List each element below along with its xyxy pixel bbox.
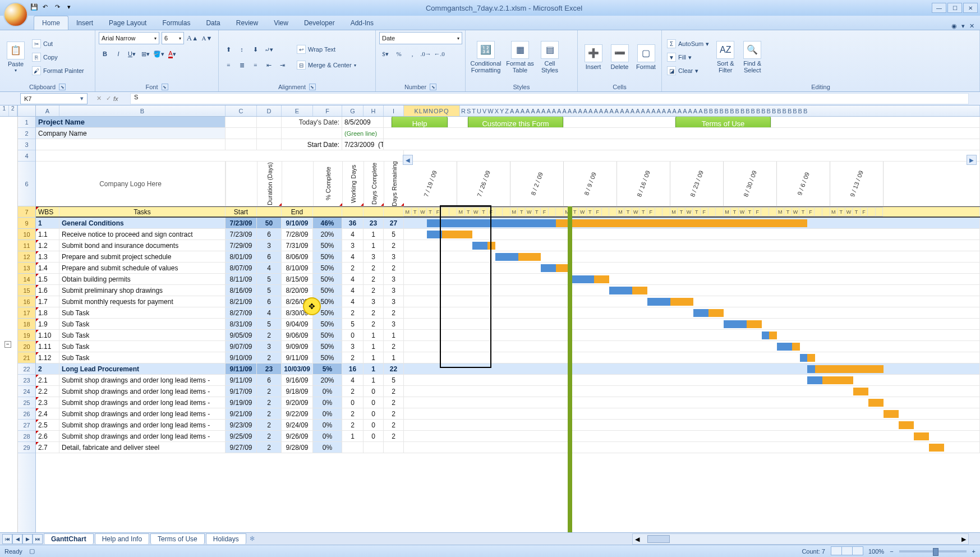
sheet-tab-ganttchart[interactable]: GanttChart — [44, 533, 94, 544]
copy-button[interactable]: ⎘Copy — [30, 51, 86, 63]
tab-nav-next[interactable]: ▶ — [22, 534, 33, 544]
sheet-tab-terms[interactable]: Terms of Use — [150, 533, 205, 544]
col-I[interactable]: I — [384, 105, 404, 116]
table-row[interactable]: 1.8Sub Task8/27/0948/30/0950%222 — [36, 307, 980, 319]
currency-button[interactable]: $▾ — [379, 48, 392, 60]
save-icon[interactable]: 💾 — [30, 3, 39, 12]
tab-review[interactable]: Review — [228, 16, 266, 30]
table-row[interactable]: 2.3Submit shop drawings and order long l… — [36, 397, 980, 408]
font-color-button[interactable]: A▾ — [166, 48, 178, 60]
tab-data[interactable]: Data — [198, 16, 228, 30]
align-right-button[interactable]: ≡ — [249, 59, 261, 71]
col-A[interactable]: A — [36, 105, 59, 116]
undo-icon[interactable]: ↶ — [43, 3, 52, 12]
tab-nav-last[interactable]: ⏭ — [33, 534, 43, 544]
indent-inc-button[interactable]: ⇥ — [276, 59, 288, 71]
table-row[interactable]: 1.7Submit monthly requests for payment8/… — [36, 296, 980, 307]
zoom-slider[interactable] — [899, 550, 967, 553]
inc-decimal-button[interactable]: .0→ — [420, 48, 432, 60]
scroll-left-button[interactable]: ◀ — [403, 155, 413, 165]
dec-decimal-button[interactable]: ←.0 — [433, 48, 445, 60]
percent-button[interactable]: % — [393, 48, 405, 60]
fill-color-button[interactable]: 🪣▾ — [153, 48, 165, 60]
help-button[interactable]: Help — [392, 117, 448, 127]
close-button[interactable]: ✕ — [963, 3, 978, 13]
align-middle-button[interactable]: ↕ — [236, 43, 248, 56]
fill-button[interactable]: ▼Fill▾ — [665, 51, 711, 63]
underline-button[interactable]: U▾ — [126, 48, 138, 60]
table-row[interactable]: 2.6Submit shop drawings and order long l… — [36, 431, 980, 442]
enter-formula-icon[interactable]: ✓ — [106, 95, 111, 102]
border-button[interactable]: ⊞▾ — [139, 48, 151, 60]
number-format-combo[interactable]: Date▾ — [379, 32, 462, 44]
table-row[interactable]: 1.2Submit bond and insurance documents7/… — [36, 240, 980, 251]
office-button[interactable] — [3, 2, 28, 27]
col-E[interactable]: E — [282, 105, 313, 116]
tab-nav-prev[interactable]: ◀ — [12, 534, 22, 544]
col-H[interactable]: H — [364, 105, 384, 116]
cancel-formula-icon[interactable]: ✕ — [96, 95, 102, 102]
alignment-dialog-icon[interactable]: ⬊ — [309, 84, 316, 90]
doc-close-icon[interactable]: ✕ — [969, 22, 974, 30]
cut-button[interactable]: ✂Cut — [30, 38, 86, 50]
help-icon[interactable]: ◉ — [951, 22, 957, 30]
table-row[interactable]: 2.5Submit shop drawings and order long l… — [36, 420, 980, 431]
cell-styles-button[interactable]: ▤Cell Styles — [537, 37, 562, 77]
col-B[interactable]: B — [59, 105, 226, 116]
col-F[interactable]: F — [313, 105, 342, 116]
horizontal-scrollbar[interactable]: ◀▶ — [632, 533, 969, 545]
zoom-level[interactable]: 100% — [868, 548, 884, 555]
outline-collapse-icon[interactable]: − — [4, 341, 11, 348]
format-as-table-button[interactable]: ▦Format as Table — [505, 37, 535, 77]
sort-filter-button[interactable]: AZSort & Filter — [713, 37, 738, 77]
format-cells-button[interactable]: ▢Format — [634, 37, 658, 77]
table-row[interactable]: 1.9Sub Task8/31/0959/04/0950%523 — [36, 319, 980, 330]
name-box[interactable]: K7▾ — [20, 93, 88, 104]
zoom-in-button[interactable]: + — [972, 548, 976, 555]
col-C[interactable]: C — [226, 105, 257, 116]
font-size-combo[interactable]: 6▾ — [162, 32, 184, 44]
formula-input[interactable]: S — [130, 93, 969, 104]
tab-developer[interactable]: Developer — [296, 16, 343, 30]
delete-cells-button[interactable]: ➖Delete — [608, 37, 632, 77]
worksheet[interactable]: − 12346791011121314151617181920212223242… — [0, 117, 980, 532]
table-row[interactable]: 2.4Submit shop drawings and order long l… — [36, 408, 980, 420]
format-painter-button[interactable]: 🖌Format Painter — [30, 65, 86, 77]
table-row[interactable]: 1.5Obtain building permits8/11/0958/15/0… — [36, 274, 980, 285]
paste-button[interactable]: 📋Paste▾ — [3, 37, 28, 77]
terms-button[interactable]: Terms of Use — [675, 117, 771, 127]
table-row[interactable]: 2.2Submit shop drawings and order long l… — [36, 386, 980, 397]
table-row[interactable]: 2.7Detail, fabricate and deliver steel9/… — [36, 442, 980, 453]
redo-icon[interactable]: ↷ — [55, 3, 64, 12]
orientation-button[interactable]: ⤾▾ — [263, 43, 275, 56]
sheet-tab-help[interactable]: Help and Info — [95, 533, 149, 544]
col-D[interactable]: D — [257, 105, 282, 116]
grow-font-button[interactable]: A▲ — [186, 32, 199, 44]
customize-button[interactable]: Customize this Form — [468, 117, 563, 127]
sheet-tab-holidays[interactable]: Holidays — [206, 533, 246, 544]
col-selected-range[interactable]: KLMNOPQ — [404, 105, 460, 116]
shrink-font-button[interactable]: A▼ — [201, 32, 213, 44]
indent-dec-button[interactable]: ⇤ — [263, 59, 275, 71]
font-dialog-icon[interactable]: ⬊ — [162, 84, 168, 90]
tab-formulas[interactable]: Formulas — [154, 16, 198, 30]
italic-button[interactable]: I — [112, 48, 125, 60]
table-row[interactable]: 1.10Sub Task9/05/0929/06/0950%011 — [36, 330, 980, 341]
table-row[interactable]: 1.3Prepare and submit project schedule8/… — [36, 251, 980, 263]
align-left-button[interactable]: ≡ — [222, 59, 234, 71]
tab-insert[interactable]: Insert — [68, 16, 101, 30]
table-row[interactable]: 1General Conditions7/23/09509/10/0946%36… — [36, 218, 980, 229]
macro-record-icon[interactable]: ▢ — [29, 547, 35, 555]
table-row[interactable]: 2.1Submit shop drawings and order long l… — [36, 375, 980, 386]
table-row[interactable]: 2Long Lead Procurement9/11/092310/03/095… — [36, 363, 980, 375]
align-center-button[interactable]: ≣ — [236, 59, 248, 71]
wrap-text-button[interactable]: ↩Wrap Text — [295, 43, 358, 56]
col-rest[interactable]: RSTUVWXYZAAAAAAAAAAAAAAAAAAAAAAAAAAAAAAA… — [460, 105, 980, 116]
table-row[interactable]: 1.11Sub Task9/07/0939/09/0950%312 — [36, 341, 980, 352]
clipboard-dialog-icon[interactable]: ⬊ — [59, 84, 66, 90]
autosum-button[interactable]: ΣAutoSum▾ — [665, 38, 711, 50]
col-G[interactable]: G — [342, 105, 364, 116]
maximize-button[interactable]: ☐ — [947, 3, 962, 13]
clear-button[interactable]: ◪Clear▾ — [665, 65, 711, 77]
comma-button[interactable]: , — [406, 48, 418, 60]
